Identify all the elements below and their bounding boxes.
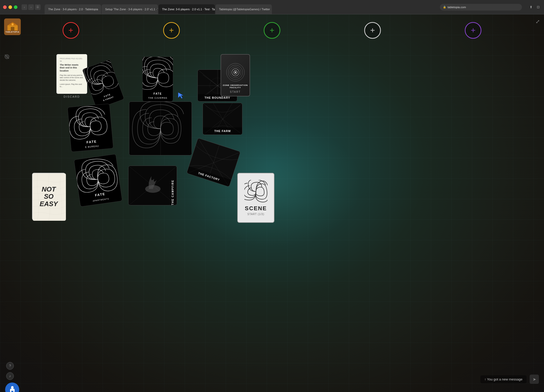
game-area: TABLETOPIA ⤢ + + + + + PROCURING FILE #1… — [0, 14, 544, 392]
close-button[interactable] — [3, 5, 7, 9]
location-card-farm[interactable]: THE FARM — [203, 103, 242, 135]
share-button[interactable]: ⬆ — [528, 4, 534, 10]
center-location-main[interactable] — [129, 102, 192, 155]
scene-card[interactable]: SCENE START (1/3) — [237, 173, 274, 223]
not-so-easy-line2: SO — [40, 193, 58, 200]
sidebar-left — [3, 53, 11, 61]
forward-button[interactable]: › — [28, 4, 34, 10]
start-zone-title: ZONE OBSERVATION FACILITY — [221, 84, 250, 89]
browser-actions: ⬆ ⊡ — [528, 4, 541, 10]
message-bar: ↑ You got a new message ➤ — [480, 375, 539, 384]
location-card-factory[interactable]: THE FACTORY — [186, 138, 241, 187]
nav-buttons: ‹ › ☰ — [22, 4, 41, 10]
caverns-label: THE CAVERNS — [143, 97, 173, 99]
message-text: ↑ You got a new message — [480, 375, 527, 383]
tab-4[interactable]: Tabletopia (@TabletopiaGames) / Twitter — [215, 4, 272, 14]
scene-sub: START (1/3) — [247, 213, 264, 216]
cursor — [177, 91, 185, 99]
browser-chrome: ‹ › ☰ The Zone · 3-6 players · 2.0 · Tab… — [0, 0, 544, 14]
more-button[interactable]: ⊡ — [535, 4, 541, 10]
not-so-easy-card[interactable]: NOT SO EASY — [32, 173, 65, 220]
logo-text: TABLETOPIA — [5, 31, 19, 33]
player-button-white[interactable]: + — [364, 22, 381, 39]
traffic-lights — [3, 5, 17, 9]
tab-1[interactable]: The Zone · 3-6 players · 2.0 · Tabletopi… — [45, 4, 101, 14]
discard-text: Play this card at any point to take cont… — [60, 74, 84, 82]
not-so-easy-line1: NOT — [40, 186, 58, 193]
player-button-green[interactable]: + — [264, 22, 280, 39]
not-so-easy-line3: EASY — [40, 200, 58, 208]
svg-point-20 — [235, 72, 236, 73]
svg-point-3 — [12, 23, 14, 25]
tab-bar: The Zone · 3-6 players · 2.0 · Tabletopi… — [45, 0, 436, 14]
discard-title: The Writer meets their end in this locat… — [60, 64, 84, 73]
back-button[interactable]: ‹ — [22, 4, 27, 10]
lock-icon: 🔒 — [443, 6, 446, 8]
fate-card-bureau[interactable]: FATE E BUREAU — [67, 104, 114, 152]
discard-pile[interactable]: PROCURING FILE #12-201-56 The Writer mee… — [56, 54, 87, 94]
fate-card-caverns[interactable]: FATE THE CAVERNS — [142, 57, 173, 102]
fate-card-forest[interactable]: FATE E FOREST — [82, 59, 124, 109]
sound-button[interactable]: ♪ — [6, 372, 14, 380]
fullscreen-button[interactable]: ⤢ — [536, 18, 540, 25]
start-label: START — [230, 91, 241, 93]
discard-label: DISCARD — [64, 95, 80, 98]
player-button-yellow[interactable]: + — [163, 22, 180, 39]
scene-label: SCENE — [245, 205, 267, 212]
tab-3[interactable]: The Zone: 3-6 players · 2.0 v1.1 · Test … — [159, 4, 215, 14]
player-button-red[interactable]: + — [63, 22, 79, 39]
address-bar[interactable]: 🔒 tabletopia.com — [440, 4, 522, 11]
start-card[interactable]: ZONE OBSERVATION FACILITY START — [221, 54, 250, 96]
farm-label: THE FARM — [203, 127, 242, 135]
tab-2[interactable]: Setup 'The Zone · 3-6 players · 2.0' v1.… — [102, 4, 158, 14]
tabletopia-logo[interactable]: TABLETOPIA — [4, 18, 21, 35]
player-button-purple[interactable]: + — [465, 22, 481, 39]
send-button[interactable]: ➤ — [530, 375, 539, 384]
location-card-campfire[interactable]: THE CAMPFIRE — [128, 166, 177, 205]
eye-icon[interactable] — [3, 53, 11, 61]
fate-card-apartments[interactable]: FATE APARTMENTS — [74, 154, 122, 207]
player-info: Raph.damico — [5, 383, 19, 392]
svg-point-39 — [11, 386, 14, 389]
campfire-label: THE CAMPFIRE — [171, 166, 174, 205]
sidebar-toggle[interactable]: ☰ — [35, 4, 41, 10]
caverns-fate-text: FATE — [143, 92, 173, 95]
bottom-bar: ? ♪ — [0, 366, 544, 392]
svg-rect-2 — [11, 27, 14, 31]
help-button[interactable]: ? — [6, 362, 14, 370]
player-avatar[interactable] — [5, 383, 19, 392]
player-buttons: + + + + + — [0, 22, 544, 39]
maximize-button[interactable] — [14, 5, 17, 9]
url-text: tabletopia.com — [448, 6, 466, 9]
minimize-button[interactable] — [8, 5, 12, 9]
